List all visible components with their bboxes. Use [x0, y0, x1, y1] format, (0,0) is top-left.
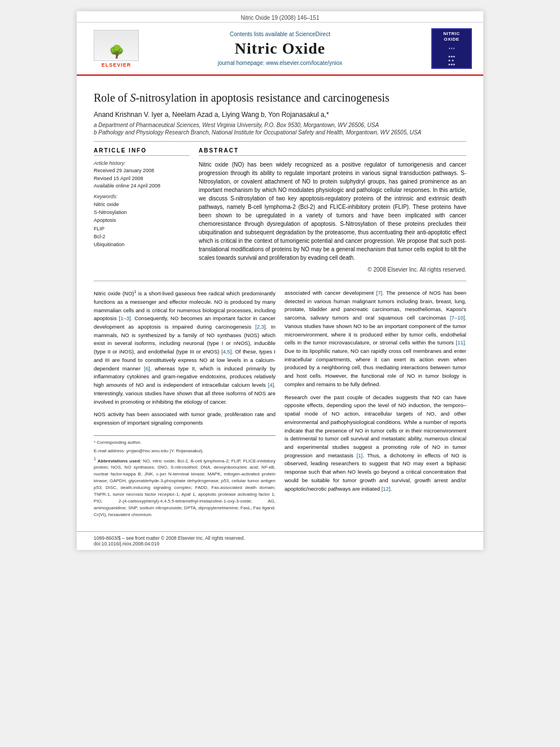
body-p4: Research over the past couple of decades…: [285, 394, 466, 493]
badge-text: NITRICOXIDE: [443, 31, 460, 42]
footer-issn: 1089-8603/$ – see front matter © 2008 El…: [94, 535, 466, 541]
abbrev-label: Abbreviations used:: [98, 458, 142, 463]
article-info-title: ARTICLE INFO: [94, 147, 190, 156]
fn-email: E-mail address: yrojan@hsc.wvu.edu (Y. R…: [94, 448, 275, 455]
badge-subtext: ●●●● ●●●●: [448, 54, 456, 66]
journal-title: Nitric Oxide: [145, 40, 415, 58]
abbrev-text: NO, nitric oxide; Bcl-2, B-cell lymphoma…: [94, 458, 275, 517]
article-title: Role of S-nitrosylation in apoptosis res…: [94, 90, 466, 105]
body-p2: NOS activity has been associated with tu…: [94, 410, 275, 427]
body-col-1: Nitric oxide (NO)1 is a short-lived gase…: [94, 289, 275, 520]
journal-citation: Nitric Oxide 19 (2008) 146–151: [241, 15, 320, 21]
kw-2: S-Nitrosylation: [94, 209, 127, 215]
footer: 1089-8603/$ – see front matter © 2008 El…: [77, 531, 483, 550]
body-divider: [94, 281, 466, 281]
kw-4: FLIP: [94, 226, 104, 231]
available-text: Available online 24 April 2008: [94, 183, 160, 189]
info-abstract-section: ARTICLE INFO Article history: Received 2…: [94, 147, 466, 273]
received-text: Received 29 January 2008: [94, 168, 154, 173]
tree-icon: 🌳: [109, 46, 124, 58]
page: Nitric Oxide 19 (2008) 146–151 🌳 ELSEVIE…: [77, 11, 483, 550]
kw-6: Ubiquitination: [94, 242, 125, 247]
copyright: © 2008 Elsevier Inc. All rights reserved…: [199, 267, 466, 273]
elsevier-logo: 🌳 ELSEVIER: [88, 30, 145, 68]
body-p3: associated with cancer development [7]. …: [285, 289, 466, 389]
history-label: Article history:: [94, 160, 190, 166]
footnote-section: * Corresponding author. E-mail address: …: [94, 435, 275, 519]
received-date: Received 29 January 2008 Revised 15 Apri…: [94, 167, 190, 190]
sd-link[interactable]: ScienceDirect: [295, 31, 330, 37]
body-col-2: associated with cancer development [7]. …: [285, 289, 466, 520]
section-divider: [94, 141, 466, 142]
affiliation-a: a Department of Pharmaceutical Sciences,…: [94, 122, 466, 128]
body-p1: Nitric oxide (NO)1 is a short-lived gase…: [94, 289, 275, 406]
abstract-text: Nitric oxide (NO) has been widely recogn…: [199, 160, 466, 262]
keywords-list: Nitric oxide S-Nitrosylation Apoptosis F…: [94, 200, 190, 249]
fn-abbrev: 1 Abbreviations used: NO, nitric oxide; …: [94, 456, 275, 519]
journal-center: Contents lists available at ScienceDirec…: [145, 31, 415, 66]
kw-5: Bcl-2: [94, 234, 106, 239]
elsevier-logo-container: 🌳 ELSEVIER: [88, 30, 145, 68]
journal-homepage: journal homepage: www.elsevier.com/locat…: [145, 60, 415, 66]
sd-label: Contents lists available at: [230, 31, 294, 37]
kw-1: Nitric oxide: [94, 202, 119, 207]
body-columns: Nitric oxide (NO)1 is a short-lived gase…: [94, 289, 466, 520]
footer-doi: doi:10.1016/j.niox.2008.04.019: [94, 541, 466, 547]
kw-3: Apoptosis: [94, 217, 116, 223]
abstract-title: ABSTRACT: [199, 147, 466, 156]
email-text: E-mail address: yrojan@hsc.wvu.edu (Y. R…: [94, 448, 204, 453]
article-body: Role of S-nitrosylation in apoptosis res…: [77, 76, 483, 531]
authors: Anand Krishnan V. Iyer a, Neelam Azad a,…: [94, 111, 466, 119]
abstract-col: ABSTRACT Nitric oxide (NO) has been wide…: [199, 147, 466, 273]
affiliation-b: b Pathology and Physiology Research Bran…: [94, 129, 466, 136]
fn-corresponding: * Corresponding author.: [94, 439, 275, 446]
elsevier-logo-box: 🌳: [94, 30, 139, 61]
nitric-oxide-badge: NITRICOXIDE ⋯ ●●●● ●●●●: [431, 28, 472, 69]
keywords-label: Keywords:: [94, 194, 190, 199]
sciencedirect-line: Contents lists available at ScienceDirec…: [145, 31, 415, 37]
top-bar: Nitric Oxide 19 (2008) 146–151: [77, 11, 483, 23]
journal-header: 🌳 ELSEVIER Contents lists available at S…: [77, 23, 483, 76]
revised-text: Revised 15 April 2008: [94, 176, 143, 181]
journal-badge-container: NITRICOXIDE ⋯ ●●●● ●●●●: [415, 28, 472, 69]
article-info: ARTICLE INFO Article history: Received 2…: [94, 147, 190, 273]
homepage-label: journal homepage: www.elsevier.com/locat…: [218, 60, 343, 66]
badge-decoration: ⋯: [448, 45, 455, 53]
elsevier-label: ELSEVIER: [102, 62, 132, 68]
